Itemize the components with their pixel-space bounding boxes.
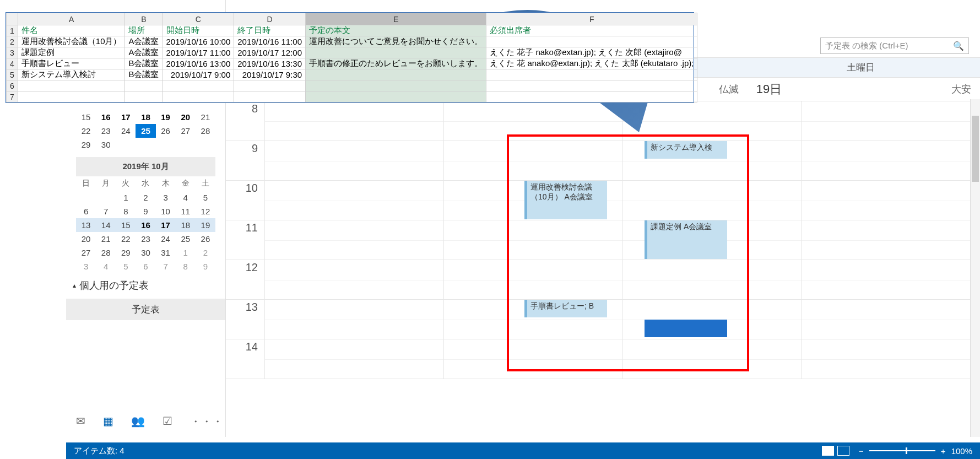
date-cell[interactable]: 28 (196, 124, 215, 138)
date-cell[interactable]: 25 (136, 124, 155, 138)
date-cell[interactable]: 6 (136, 260, 155, 273)
date-cell[interactable] (136, 138, 155, 152)
date-cell[interactable]: 9 (196, 260, 215, 273)
calendar-icon[interactable]: ▦ (103, 414, 113, 429)
date-cell[interactable]: 18 (176, 218, 196, 232)
month-title[interactable]: 2019年 10月 (76, 157, 215, 176)
zoom-control[interactable]: − + 100% (859, 446, 972, 456)
time-slot[interactable] (443, 260, 622, 299)
date-cell[interactable]: 13 (76, 218, 96, 232)
zoom-out-icon[interactable]: − (859, 446, 864, 456)
date-cell[interactable]: 30 (136, 246, 155, 260)
date-cell[interactable]: 23 (136, 232, 155, 246)
date-cell[interactable]: 22 (116, 232, 136, 246)
time-slot[interactable] (801, 220, 980, 260)
date-cell[interactable]: 23 (96, 124, 116, 138)
date-cell[interactable]: 17 (156, 218, 176, 232)
date-cell[interactable]: 19 (156, 110, 176, 124)
date-cell[interactable] (196, 138, 215, 152)
time-slot[interactable] (801, 300, 980, 339)
time-slot[interactable] (264, 220, 443, 260)
date-cell[interactable]: 14 (96, 218, 116, 232)
time-slot[interactable] (801, 181, 980, 220)
date-cell[interactable]: 3 (156, 191, 176, 204)
vertical-scrollbar[interactable] (970, 99, 980, 437)
date-cell[interactable]: 8 (116, 204, 136, 218)
date-cell[interactable]: 1 (116, 191, 136, 204)
search-input[interactable]: 予定表 の検索 (Ctrl+E) 🔍 (820, 37, 969, 54)
time-slot[interactable] (622, 260, 802, 299)
mail-icon[interactable]: ✉ (76, 414, 85, 429)
calendar-event[interactable] (645, 320, 727, 337)
scrollbar-thumb[interactable] (972, 116, 979, 182)
date-cell[interactable]: 18 (136, 110, 155, 124)
date-cell[interactable]: 20 (76, 232, 96, 246)
date-cell[interactable]: 31 (156, 246, 176, 260)
date-cell[interactable]: 27 (176, 124, 196, 138)
date-cell[interactable]: 16 (136, 218, 155, 232)
col-header[interactable]: A (18, 13, 125, 25)
more-icon[interactable]: ・・・ (190, 414, 223, 429)
date-cell[interactable]: 28 (96, 246, 116, 260)
time-slot[interactable] (264, 101, 443, 141)
date-cell[interactable]: 1 (176, 246, 196, 260)
calendar-item[interactable]: 予定表 (66, 299, 225, 320)
date-cell[interactable]: 6 (76, 204, 96, 218)
date-cell[interactable]: 5 (196, 191, 215, 204)
date-cell[interactable]: 7 (156, 260, 176, 273)
date-cell[interactable]: 30 (96, 138, 116, 152)
date-cell[interactable] (156, 138, 176, 152)
date-cell[interactable]: 9 (136, 204, 155, 218)
day-header-sat[interactable]: 土曜日 (741, 58, 980, 77)
date-cell[interactable] (76, 191, 96, 204)
date-cell[interactable]: 20 (176, 110, 196, 124)
time-slot[interactable] (801, 260, 980, 299)
date-cell[interactable]: 29 (116, 246, 136, 260)
time-slot[interactable] (264, 181, 443, 220)
date-cell[interactable]: 2 (196, 246, 215, 260)
time-slot[interactable] (264, 300, 443, 339)
date-cell[interactable]: 29 (76, 138, 96, 152)
time-slot[interactable] (801, 141, 980, 180)
calendar-event[interactable]: 手順書レビュー; B (524, 300, 607, 317)
time-slot[interactable] (801, 339, 980, 379)
date-cell[interactable]: 21 (196, 110, 215, 124)
date-cell[interactable]: 8 (176, 260, 196, 273)
date-cell[interactable]: 2 (136, 191, 155, 204)
time-slot[interactable] (443, 339, 622, 379)
people-icon[interactable]: 👥 (131, 414, 145, 429)
date-cell[interactable]: 15 (76, 110, 96, 124)
date-cell[interactable]: 24 (116, 124, 136, 138)
time-slot[interactable] (443, 141, 622, 180)
date-cell[interactable]: 25 (176, 232, 196, 246)
time-grid[interactable]: 891011121314新システム導入検運用改善検討会議（10月） A会議室課題… (226, 101, 980, 437)
date-cell[interactable]: 19 (196, 218, 215, 232)
time-slot[interactable] (264, 339, 443, 379)
date-cell[interactable]: 22 (76, 124, 96, 138)
calendar-event[interactable]: 課題定例 A会議室 (645, 220, 727, 259)
date-cell[interactable]: 4 (176, 191, 196, 204)
date-cell[interactable]: 3 (76, 260, 96, 273)
time-slot[interactable] (622, 181, 802, 220)
time-slot[interactable] (801, 101, 980, 141)
view-reading-button[interactable] (837, 446, 849, 456)
date-cell[interactable]: 7 (96, 204, 116, 218)
date-cell[interactable]: 5 (116, 260, 136, 273)
date-cell[interactable]: 4 (96, 260, 116, 273)
time-slot[interactable] (264, 141, 443, 180)
time-slot[interactable] (622, 339, 802, 379)
view-normal-button[interactable] (822, 446, 834, 456)
date-cell[interactable]: 24 (156, 232, 176, 246)
date-cell[interactable]: 11 (176, 204, 196, 218)
zoom-in-icon[interactable]: + (941, 446, 946, 456)
date-cell[interactable]: 16 (96, 110, 116, 124)
time-slot[interactable] (622, 101, 802, 141)
tasks-icon[interactable]: ☑ (163, 414, 172, 429)
date-cell[interactable]: 12 (196, 204, 215, 218)
date-cell-19[interactable]: 19日大安 (748, 78, 980, 101)
zoom-slider[interactable] (869, 450, 935, 451)
date-cell[interactable]: 27 (76, 246, 96, 260)
date-cell[interactable]: 17 (116, 110, 136, 124)
date-cell[interactable]: 26 (196, 232, 215, 246)
time-slot[interactable] (443, 101, 622, 141)
